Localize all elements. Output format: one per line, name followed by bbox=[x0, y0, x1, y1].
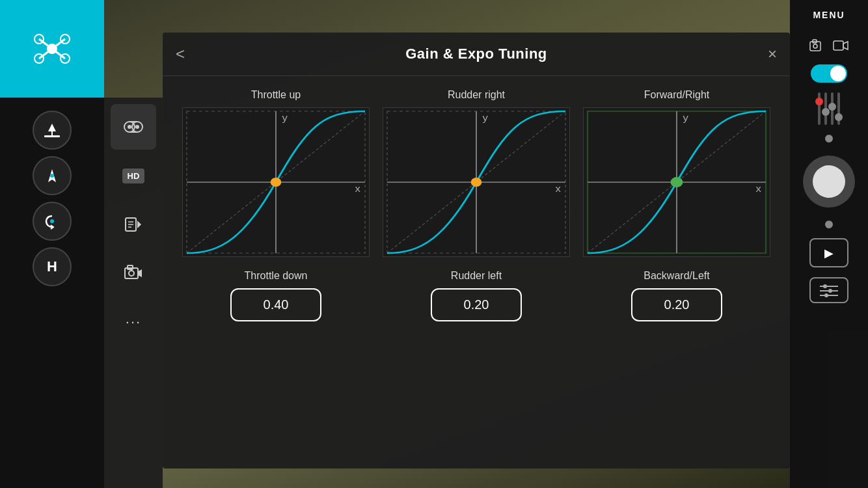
svg-text:y: y bbox=[483, 113, 489, 122]
chart-throttle-down: Throttle down 0.40 bbox=[182, 270, 370, 321]
chart-backward-left: Backward/Left 0.20 bbox=[583, 270, 770, 321]
drone-icon bbox=[33, 29, 72, 68]
play-button[interactable]: ▶ bbox=[809, 238, 848, 267]
slider-dot-4 bbox=[835, 113, 843, 121]
sidebar-takeoff-button[interactable] bbox=[33, 111, 72, 150]
svg-marker-10 bbox=[48, 124, 56, 131]
svg-text:x: x bbox=[556, 183, 562, 193]
play-icon: ▶ bbox=[824, 246, 834, 260]
chart-rudder-right-box[interactable]: y x bbox=[383, 107, 570, 257]
close-button[interactable]: × bbox=[768, 45, 777, 63]
svg-line-4 bbox=[52, 49, 65, 59]
svg-point-60 bbox=[823, 284, 827, 288]
sidebar-more-item[interactable]: ··· bbox=[111, 299, 156, 345]
chart-throttle-up-box[interactable]: y x bbox=[182, 107, 370, 257]
svg-text:x: x bbox=[756, 183, 762, 193]
sidebar-camera-mode-item[interactable] bbox=[111, 251, 156, 296]
chart-rudder-left: Rudder left 0.20 bbox=[383, 270, 570, 321]
camera-icons-row bbox=[808, 36, 850, 55]
svg-point-6 bbox=[61, 34, 70, 44]
chart-forward-right-label: Forward/Right bbox=[644, 89, 709, 101]
svg-line-3 bbox=[39, 49, 52, 59]
right-sidebar: MENU bbox=[790, 0, 868, 488]
svg-point-14 bbox=[50, 219, 54, 223]
drone-home-button[interactable] bbox=[0, 0, 104, 98]
sidebar-hd-item[interactable]: HD bbox=[111, 153, 156, 198]
svg-point-54 bbox=[813, 44, 817, 48]
sidebar-icons: H bbox=[0, 98, 104, 488]
svg-text:y: y bbox=[683, 113, 689, 122]
panel-content: Throttle up y x bbox=[163, 76, 790, 334]
left-sidebar: H bbox=[0, 0, 104, 488]
chart-forward-right: Forward/Right y x bbox=[583, 89, 770, 257]
main-panel: < Gain & Expo Tuning × Throttle up bbox=[163, 33, 790, 468]
chart-throttle-up: Throttle up y x bbox=[182, 89, 370, 257]
svg-marker-56 bbox=[843, 42, 848, 49]
svg-marker-25 bbox=[137, 221, 141, 228]
svg-line-1 bbox=[39, 39, 52, 49]
slider-track-2[interactable] bbox=[824, 92, 827, 125]
chart-forward-right-box[interactable]: y x bbox=[583, 107, 770, 257]
svg-point-13 bbox=[50, 174, 54, 178]
slider-dot-2 bbox=[822, 108, 830, 116]
joystick-knob bbox=[813, 165, 845, 198]
throttle-down-value-button[interactable]: 0.40 bbox=[230, 288, 321, 321]
charts-grid-bottom: Throttle down 0.40 Rudder left 0.20 Back… bbox=[182, 270, 770, 321]
svg-point-5 bbox=[34, 34, 44, 44]
svg-rect-55 bbox=[834, 41, 843, 50]
svg-text:x: x bbox=[355, 183, 361, 193]
svg-point-51 bbox=[670, 177, 683, 187]
sidebar-navigate-button[interactable] bbox=[33, 156, 72, 195]
sidebar-home-button[interactable]: H bbox=[33, 247, 72, 286]
photo-icon[interactable] bbox=[808, 36, 826, 55]
sidebar-controller-item[interactable] bbox=[111, 104, 156, 150]
throttle-down-value-container: 0.40 bbox=[230, 288, 321, 321]
right-joystick[interactable] bbox=[803, 156, 855, 208]
rudder-left-value-button[interactable]: 0.20 bbox=[431, 288, 522, 321]
rudder-left-value-container: 0.20 bbox=[431, 288, 522, 321]
svg-line-2 bbox=[52, 39, 65, 49]
toggle-knob bbox=[830, 66, 846, 81]
chart-throttle-up-label: Throttle up bbox=[251, 89, 301, 101]
right-controls: ▶ bbox=[796, 30, 861, 488]
backward-left-value-container: 0.20 bbox=[631, 288, 722, 321]
svg-point-61 bbox=[828, 289, 832, 293]
slider-track-4[interactable] bbox=[837, 92, 840, 125]
menu-label: MENU bbox=[813, 0, 845, 30]
slider-track-1[interactable] bbox=[818, 92, 821, 125]
home-label: H bbox=[47, 258, 57, 275]
sidebar-return-button[interactable] bbox=[33, 202, 72, 241]
svg-point-18 bbox=[135, 125, 139, 129]
svg-point-17 bbox=[128, 125, 131, 129]
svg-point-28 bbox=[129, 271, 134, 276]
slider-dot-3 bbox=[828, 103, 836, 111]
toggle-switch[interactable] bbox=[811, 64, 847, 83]
second-sidebar: HD ··· bbox=[104, 98, 163, 488]
svg-point-62 bbox=[824, 293, 828, 297]
sidebar-waypoint-item[interactable] bbox=[111, 202, 156, 247]
indicator-dot-bottom bbox=[825, 221, 833, 228]
backward-left-value-button[interactable]: 0.20 bbox=[631, 288, 722, 321]
svg-text:y: y bbox=[282, 113, 288, 122]
panel-title: Gain & Expo Tuning bbox=[405, 46, 547, 62]
charts-grid-top: Throttle up y x bbox=[182, 89, 770, 257]
chart-backward-left-label: Backward/Left bbox=[644, 270, 709, 282]
video-icon[interactable] bbox=[832, 36, 850, 55]
chart-rudder-right-label: Rudder right bbox=[448, 89, 505, 101]
settings-button[interactable] bbox=[809, 277, 848, 303]
slider-dot-1 bbox=[815, 98, 823, 105]
indicator-dot-top bbox=[825, 135, 833, 142]
slider-track-3[interactable] bbox=[831, 92, 834, 125]
back-button[interactable]: < bbox=[176, 45, 185, 63]
chart-rudder-right: Rudder right y x bbox=[383, 89, 570, 257]
svg-point-36 bbox=[271, 178, 282, 187]
svg-rect-9 bbox=[44, 135, 60, 137]
chart-rudder-left-label: Rudder left bbox=[451, 270, 502, 282]
chart-throttle-down-label: Throttle down bbox=[245, 270, 308, 282]
svg-point-43 bbox=[471, 178, 482, 187]
panel-header: < Gain & Expo Tuning × bbox=[163, 33, 790, 76]
